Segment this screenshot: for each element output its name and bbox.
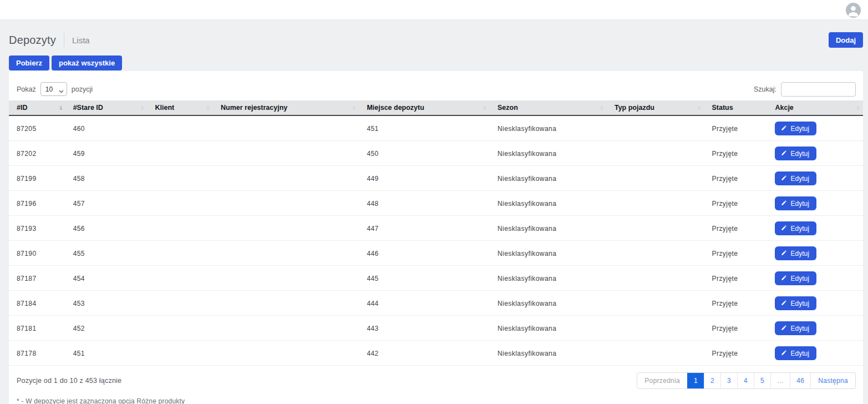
user-avatar[interactable]: [846, 3, 861, 18]
cell-vehicle-type: [607, 341, 704, 366]
edit-button[interactable]: Edytuj: [775, 296, 816, 310]
cell-status: Przyjęte: [704, 316, 768, 341]
cell-old-id: 457: [65, 191, 148, 216]
table-card: Pokaż 10 pozycji Szukaj:: [9, 71, 863, 404]
pencil-icon: [781, 150, 787, 158]
cell-season: Niesklasyfikowana: [490, 316, 607, 341]
edit-button[interactable]: Edytuj: [775, 221, 816, 235]
cell-reg-number: [213, 141, 359, 166]
cell-season: Niesklasyfikowana: [490, 115, 607, 141]
table-controls: Pokaż 10 pozycji Szukaj:: [9, 82, 863, 96]
sort-icon: ↑↓: [206, 104, 210, 110]
cell-status: Przyjęte: [704, 141, 768, 166]
cell-actions: Edytuj: [767, 216, 863, 241]
download-button[interactable]: Pobierz: [9, 55, 49, 70]
cell-place: 451: [359, 115, 490, 141]
cell-old-id: 455: [65, 241, 148, 266]
edit-button[interactable]: Edytuj: [775, 246, 816, 260]
cell-reg-number: [213, 216, 359, 241]
pagination-page-3[interactable]: 3: [720, 373, 737, 388]
cell-old-id: 451: [65, 341, 148, 366]
pencil-icon: [781, 350, 787, 357]
column-header-old-id[interactable]: #Stare ID↑↓: [65, 100, 148, 115]
cell-season: Niesklasyfikowana: [490, 216, 607, 241]
column-header-vehicle-type[interactable]: Typ pojazdu↑↓: [607, 100, 704, 115]
cell-season: Niesklasyfikowana: [490, 341, 607, 366]
column-header-actions[interactable]: Akcje↑↓: [767, 100, 863, 115]
cell-status: Przyjęte: [704, 291, 768, 316]
edit-button[interactable]: Edytuj: [775, 147, 816, 160]
column-header-client[interactable]: Klient↑↓: [147, 100, 213, 115]
edit-button[interactable]: Edytuj: [775, 346, 816, 360]
pencil-icon: [781, 250, 787, 257]
cell-old-id: 460: [65, 115, 148, 141]
table-row: 87205 460 451 Niesklasyfikowana Przyjęte…: [9, 115, 863, 141]
search-input[interactable]: [781, 82, 856, 97]
cell-actions: Edytuj: [767, 316, 863, 341]
edit-button[interactable]: Edytuj: [775, 271, 816, 285]
page-header: Depozyty Lista Dodaj: [9, 32, 863, 48]
table-footer: Pozycje od 1 do 10 z 453 łącznie Poprzed…: [9, 372, 863, 389]
column-header-status: Status: [704, 100, 768, 115]
show-all-button[interactable]: pokaż wszystkie: [52, 55, 122, 70]
pencil-icon: [781, 175, 787, 183]
main-content: Depozyty Lista Dodaj Pobierz pokaż wszys…: [0, 32, 868, 404]
cell-actions: Edytuj: [767, 115, 863, 141]
cell-vehicle-type: [607, 266, 704, 291]
pagination-page-4[interactable]: 4: [737, 373, 754, 388]
column-header-reg-number[interactable]: Numer rejestracyjny↑↓: [213, 100, 359, 115]
add-button[interactable]: Dodaj: [829, 32, 863, 48]
pagination-page-46[interactable]: 46: [790, 373, 810, 388]
pagination-page-5[interactable]: 5: [754, 373, 770, 388]
column-header-place[interactable]: Miejsce depozytu↑↓: [359, 100, 490, 115]
cell-place: 443: [359, 316, 490, 341]
cell-season: Niesklasyfikowana: [490, 241, 607, 266]
cell-old-id: 458: [65, 166, 148, 191]
cell-vehicle-type: [607, 191, 704, 216]
action-row: Pobierz pokaż wszystkie: [9, 55, 863, 70]
edit-button[interactable]: Edytuj: [775, 171, 816, 185]
page-length-control: Pokaż 10 pozycji: [17, 82, 93, 96]
pagination-page-2[interactable]: 2: [704, 373, 720, 388]
cell-reg-number: [213, 316, 359, 341]
cell-id: 87199: [9, 166, 65, 191]
cell-status: Przyjęte: [704, 191, 768, 216]
cell-vehicle-type: [607, 216, 704, 241]
column-header-id[interactable]: #ID↑↓: [9, 100, 65, 115]
cell-status: Przyjęte: [704, 266, 768, 291]
cell-place: 450: [359, 141, 490, 166]
pagination-next[interactable]: Następna: [810, 373, 855, 388]
column-header-season[interactable]: Sezon↑↓: [490, 100, 607, 115]
table-row: 87187 454 445 Niesklasyfikowana Przyjęte…: [9, 266, 863, 291]
edit-button[interactable]: Edytuj: [775, 196, 816, 210]
cell-reg-number: [213, 291, 359, 316]
page-size-select[interactable]: 10: [40, 82, 67, 96]
table-row: 87202 459 450 Niesklasyfikowana Przyjęte…: [9, 141, 863, 166]
cell-reg-number: [213, 266, 359, 291]
edit-button[interactable]: Edytuj: [775, 122, 816, 135]
search-label: Szukaj:: [754, 85, 776, 93]
cell-old-id: 456: [65, 216, 148, 241]
cell-vehicle-type: [607, 166, 704, 191]
cell-status: Przyjęte: [704, 341, 768, 366]
pagination-previous[interactable]: Poprzednia: [637, 373, 687, 388]
edit-button[interactable]: Edytuj: [775, 321, 816, 335]
cell-vehicle-type: [607, 316, 704, 341]
cell-season: Niesklasyfikowana: [490, 266, 607, 291]
cell-old-id: 454: [65, 266, 148, 291]
table-header-row: #ID↑↓ #Stare ID↑↓ Klient↑↓ Numer rejestr…: [9, 100, 863, 115]
cell-season: Niesklasyfikowana: [490, 191, 607, 216]
cell-id: 87193: [9, 216, 65, 241]
cell-actions: Edytuj: [767, 166, 863, 191]
cell-place: 447: [359, 216, 490, 241]
cell-season: Niesklasyfikowana: [490, 141, 607, 166]
cell-id: 87205: [9, 115, 65, 141]
cell-place: 448: [359, 191, 490, 216]
cell-id: 87184: [9, 291, 65, 316]
table-row: 87193 456 447 Niesklasyfikowana Przyjęte…: [9, 216, 863, 241]
sort-icon: ↑↓: [58, 104, 63, 110]
cell-actions: Edytuj: [767, 291, 863, 316]
cell-id: 87181: [9, 316, 65, 341]
pagination-page-1[interactable]: 1: [687, 373, 704, 388]
cell-place: 442: [359, 341, 490, 366]
